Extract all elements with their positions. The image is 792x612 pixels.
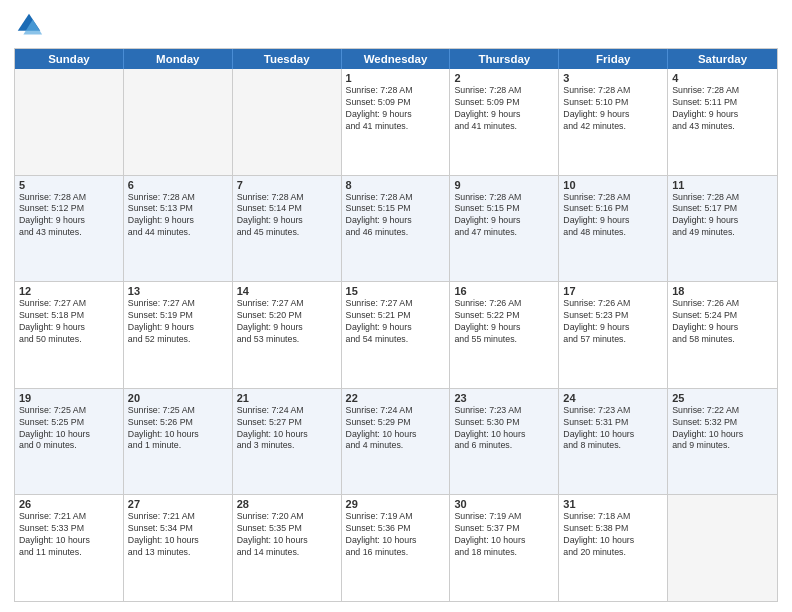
cal-cell-r3-c5: 24Sunrise: 7:23 AM Sunset: 5:31 PM Dayli… [559,389,668,495]
cal-cell-r1-c6: 11Sunrise: 7:28 AM Sunset: 5:17 PM Dayli… [668,176,777,282]
cell-info: Sunrise: 7:18 AM Sunset: 5:38 PM Dayligh… [563,511,663,559]
day-number: 25 [672,392,773,404]
cell-info: Sunrise: 7:27 AM Sunset: 5:21 PM Dayligh… [346,298,446,346]
cal-cell-r4-c5: 31Sunrise: 7:18 AM Sunset: 5:38 PM Dayli… [559,495,668,601]
cal-cell-r2-c6: 18Sunrise: 7:26 AM Sunset: 5:24 PM Dayli… [668,282,777,388]
cell-info: Sunrise: 7:24 AM Sunset: 5:29 PM Dayligh… [346,405,446,453]
calendar-row-1: 5Sunrise: 7:28 AM Sunset: 5:12 PM Daylig… [15,176,777,283]
day-number: 1 [346,72,446,84]
day-number: 6 [128,179,228,191]
cell-info: Sunrise: 7:28 AM Sunset: 5:09 PM Dayligh… [346,85,446,133]
day-number: 22 [346,392,446,404]
day-number: 4 [672,72,773,84]
cal-cell-r1-c3: 8Sunrise: 7:28 AM Sunset: 5:15 PM Daylig… [342,176,451,282]
header-day-sunday: Sunday [15,49,124,69]
calendar-row-4: 26Sunrise: 7:21 AM Sunset: 5:33 PM Dayli… [15,495,777,601]
cell-info: Sunrise: 7:25 AM Sunset: 5:26 PM Dayligh… [128,405,228,453]
calendar-body: 1Sunrise: 7:28 AM Sunset: 5:09 PM Daylig… [15,69,777,601]
cal-cell-r0-c1 [124,69,233,175]
cal-cell-r1-c1: 6Sunrise: 7:28 AM Sunset: 5:13 PM Daylig… [124,176,233,282]
cell-info: Sunrise: 7:28 AM Sunset: 5:15 PM Dayligh… [346,192,446,240]
day-number: 21 [237,392,337,404]
day-number: 3 [563,72,663,84]
cal-cell-r4-c1: 27Sunrise: 7:21 AM Sunset: 5:34 PM Dayli… [124,495,233,601]
cal-cell-r1-c4: 9Sunrise: 7:28 AM Sunset: 5:15 PM Daylig… [450,176,559,282]
cal-cell-r3-c2: 21Sunrise: 7:24 AM Sunset: 5:27 PM Dayli… [233,389,342,495]
cal-cell-r0-c6: 4Sunrise: 7:28 AM Sunset: 5:11 PM Daylig… [668,69,777,175]
day-number: 28 [237,498,337,510]
cal-cell-r0-c2 [233,69,342,175]
cal-cell-r4-c0: 26Sunrise: 7:21 AM Sunset: 5:33 PM Dayli… [15,495,124,601]
cal-cell-r3-c0: 19Sunrise: 7:25 AM Sunset: 5:25 PM Dayli… [15,389,124,495]
cell-info: Sunrise: 7:26 AM Sunset: 5:24 PM Dayligh… [672,298,773,346]
calendar-row-2: 12Sunrise: 7:27 AM Sunset: 5:18 PM Dayli… [15,282,777,389]
logo-icon [14,10,44,40]
cell-info: Sunrise: 7:26 AM Sunset: 5:23 PM Dayligh… [563,298,663,346]
day-number: 8 [346,179,446,191]
day-number: 9 [454,179,554,191]
header-day-tuesday: Tuesday [233,49,342,69]
cell-info: Sunrise: 7:26 AM Sunset: 5:22 PM Dayligh… [454,298,554,346]
day-number: 13 [128,285,228,297]
cell-info: Sunrise: 7:24 AM Sunset: 5:27 PM Dayligh… [237,405,337,453]
cell-info: Sunrise: 7:28 AM Sunset: 5:15 PM Dayligh… [454,192,554,240]
cell-info: Sunrise: 7:21 AM Sunset: 5:33 PM Dayligh… [19,511,119,559]
cal-cell-r3-c1: 20Sunrise: 7:25 AM Sunset: 5:26 PM Dayli… [124,389,233,495]
day-number: 2 [454,72,554,84]
cell-info: Sunrise: 7:28 AM Sunset: 5:11 PM Dayligh… [672,85,773,133]
page: SundayMondayTuesdayWednesdayThursdayFrid… [0,0,792,612]
cell-info: Sunrise: 7:28 AM Sunset: 5:13 PM Dayligh… [128,192,228,240]
cal-cell-r0-c0 [15,69,124,175]
header-day-saturday: Saturday [668,49,777,69]
cal-cell-r0-c3: 1Sunrise: 7:28 AM Sunset: 5:09 PM Daylig… [342,69,451,175]
day-number: 15 [346,285,446,297]
cell-info: Sunrise: 7:27 AM Sunset: 5:18 PM Dayligh… [19,298,119,346]
calendar-row-0: 1Sunrise: 7:28 AM Sunset: 5:09 PM Daylig… [15,69,777,176]
cell-info: Sunrise: 7:19 AM Sunset: 5:36 PM Dayligh… [346,511,446,559]
day-number: 11 [672,179,773,191]
cal-cell-r2-c5: 17Sunrise: 7:26 AM Sunset: 5:23 PM Dayli… [559,282,668,388]
cal-cell-r3-c4: 23Sunrise: 7:23 AM Sunset: 5:30 PM Dayli… [450,389,559,495]
day-number: 31 [563,498,663,510]
day-number: 27 [128,498,228,510]
day-number: 24 [563,392,663,404]
cal-cell-r2-c2: 14Sunrise: 7:27 AM Sunset: 5:20 PM Dayli… [233,282,342,388]
cal-cell-r4-c3: 29Sunrise: 7:19 AM Sunset: 5:36 PM Dayli… [342,495,451,601]
cell-info: Sunrise: 7:23 AM Sunset: 5:30 PM Dayligh… [454,405,554,453]
cell-info: Sunrise: 7:21 AM Sunset: 5:34 PM Dayligh… [128,511,228,559]
cal-cell-r3-c3: 22Sunrise: 7:24 AM Sunset: 5:29 PM Dayli… [342,389,451,495]
day-number: 20 [128,392,228,404]
day-number: 14 [237,285,337,297]
cal-cell-r1-c0: 5Sunrise: 7:28 AM Sunset: 5:12 PM Daylig… [15,176,124,282]
cell-info: Sunrise: 7:28 AM Sunset: 5:14 PM Dayligh… [237,192,337,240]
calendar-row-3: 19Sunrise: 7:25 AM Sunset: 5:25 PM Dayli… [15,389,777,496]
cell-info: Sunrise: 7:28 AM Sunset: 5:12 PM Dayligh… [19,192,119,240]
day-number: 30 [454,498,554,510]
cal-cell-r0-c5: 3Sunrise: 7:28 AM Sunset: 5:10 PM Daylig… [559,69,668,175]
cell-info: Sunrise: 7:28 AM Sunset: 5:10 PM Dayligh… [563,85,663,133]
cell-info: Sunrise: 7:27 AM Sunset: 5:20 PM Dayligh… [237,298,337,346]
day-number: 5 [19,179,119,191]
cell-info: Sunrise: 7:23 AM Sunset: 5:31 PM Dayligh… [563,405,663,453]
cal-cell-r3-c6: 25Sunrise: 7:22 AM Sunset: 5:32 PM Dayli… [668,389,777,495]
cell-info: Sunrise: 7:20 AM Sunset: 5:35 PM Dayligh… [237,511,337,559]
calendar-header: SundayMondayTuesdayWednesdayThursdayFrid… [15,49,777,69]
day-number: 10 [563,179,663,191]
day-number: 23 [454,392,554,404]
cal-cell-r4-c6 [668,495,777,601]
header-day-thursday: Thursday [450,49,559,69]
cell-info: Sunrise: 7:22 AM Sunset: 5:32 PM Dayligh… [672,405,773,453]
day-number: 17 [563,285,663,297]
cell-info: Sunrise: 7:28 AM Sunset: 5:16 PM Dayligh… [563,192,663,240]
cal-cell-r4-c4: 30Sunrise: 7:19 AM Sunset: 5:37 PM Dayli… [450,495,559,601]
header-day-wednesday: Wednesday [342,49,451,69]
cal-cell-r2-c4: 16Sunrise: 7:26 AM Sunset: 5:22 PM Dayli… [450,282,559,388]
day-number: 16 [454,285,554,297]
day-number: 29 [346,498,446,510]
header [14,10,778,40]
cell-info: Sunrise: 7:27 AM Sunset: 5:19 PM Dayligh… [128,298,228,346]
cell-info: Sunrise: 7:19 AM Sunset: 5:37 PM Dayligh… [454,511,554,559]
day-number: 7 [237,179,337,191]
cell-info: Sunrise: 7:28 AM Sunset: 5:09 PM Dayligh… [454,85,554,133]
header-day-friday: Friday [559,49,668,69]
